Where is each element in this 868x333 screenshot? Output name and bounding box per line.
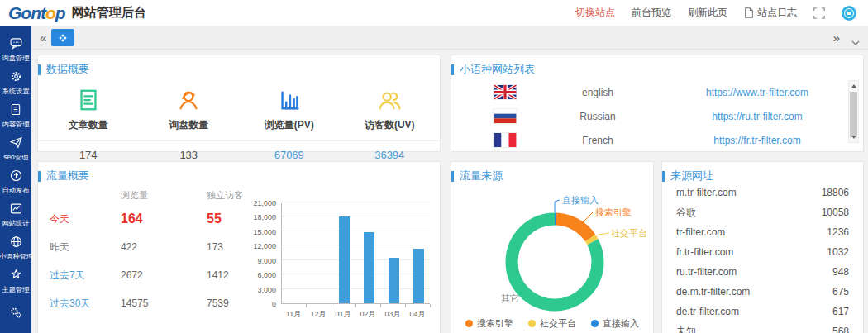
header-link-label: 前台预览 [632, 6, 671, 20]
traffic-pv-value: 164 [121, 212, 207, 226]
tab-bar: « » [31, 26, 868, 50]
traffic-row-过去30天: 过去30天145757539 [50, 289, 243, 317]
traffic-uv-value: 173 [207, 241, 243, 253]
fullscreen-icon[interactable] [813, 7, 825, 19]
stat-label: 访客数(UV) [340, 118, 441, 132]
y-axis-tick-label: 3,000 [246, 286, 276, 294]
stat-value-articles: 174 [38, 149, 139, 161]
header-link-preview[interactable]: 前台预览 [632, 6, 671, 20]
legend-dot [528, 320, 536, 327]
sidebar: 询盘管理系统设置内容管理seo管理自动发布网站统计小语种管理主题管理 [0, 26, 31, 333]
language-site-row: englishhttps://www.tr-filter.com [463, 80, 838, 104]
traffic-row-label[interactable]: 过去30天 [50, 297, 121, 311]
sidebar-item-more[interactable] [0, 297, 31, 331]
x-axis-tick [355, 304, 356, 307]
title-bar-marker [38, 64, 41, 75]
sidebar-item-autopublish[interactable]: 自动发布 [0, 165, 31, 198]
sidebar-item-theme[interactable]: 主题管理 [0, 264, 31, 297]
legend-item-社交平台[interactable]: 社交平台 [528, 317, 576, 330]
donut-legend: 搜索引擎社交平台直接输入 [451, 317, 653, 330]
sidebar-item-content[interactable]: 内容管理 [0, 99, 31, 132]
stat-values-row: 1741336706936394 [38, 149, 440, 161]
legend-item-搜索引擎[interactable]: 搜索引擎 [465, 317, 513, 330]
sidebar-item-system[interactable]: 系统设置 [0, 66, 31, 99]
panel-language-sites: 小语种网站列表 englishhttps://www.tr-filter.com… [451, 55, 864, 152]
user-avatar[interactable] [842, 6, 856, 21]
legend-label: 直接输入 [603, 317, 639, 330]
x-axis-tick-label: 01月 [330, 309, 356, 320]
donut-callout-label: 社交平台 [611, 228, 647, 238]
gridline [282, 274, 430, 274]
y-axis-tick-label: 0 [246, 300, 276, 308]
header-link-site-log[interactable]: 站点日志 [744, 6, 797, 20]
header-link-refresh[interactable]: 刷新此页 [688, 6, 727, 20]
stat-inquiries: 询盘数量 [139, 84, 240, 132]
stat-articles: 文章数量 [38, 84, 139, 132]
site-url-link[interactable]: https://ru.tr-filter.com [676, 111, 838, 122]
tabs-scroll-right-icon[interactable]: » [833, 30, 840, 46]
traffic-uv-value: 1412 [207, 269, 243, 281]
legend-item-直接输入[interactable]: 直接输入 [591, 317, 639, 330]
donut-callout-line [594, 233, 609, 235]
sidebar-item-label: 小语种管理 [0, 251, 33, 261]
article-icon [38, 84, 139, 112]
gears-icon [9, 306, 23, 321]
scroll-down-icon[interactable] [849, 132, 858, 142]
traffic-row-label: 今天 [50, 212, 121, 226]
referrer-row: 谷歌10058 [676, 206, 849, 219]
donut-callout-line [582, 212, 593, 223]
referrer-name: fr.tr-filter.com [676, 246, 733, 258]
panel-title-text: 数据概要 [46, 62, 89, 77]
scrollbar-thumb[interactable] [850, 92, 857, 137]
bar-02月 [364, 232, 374, 303]
header-link-label: 站点日志 [757, 6, 797, 20]
site-url-link[interactable]: https://www.tr-filter.com [676, 87, 838, 98]
stats-row: 文章数量询盘数量浏览量(PV)访客数(UV) [38, 84, 440, 132]
sidebar-item-site-stats[interactable]: 网站统计 [0, 198, 31, 231]
x-axis-tick-label: 12月 [305, 309, 331, 320]
legend-label: 社交平台 [540, 317, 576, 330]
monthly-traffic-bar-chart: 03,0006,0009,00012,00015,00018,00021,000… [246, 197, 435, 326]
x-axis-tick [306, 304, 307, 307]
scrollbar[interactable] [848, 80, 859, 143]
referrer-name: ru.tr-filter.com [676, 266, 737, 278]
traffic-table-body: 今天16455昨天422173过去7天26721412过去30天14575753… [50, 205, 243, 317]
site-url-link[interactable]: https://fr.tr-filter.com [676, 135, 838, 146]
referrer-row: 未知568 [676, 325, 849, 333]
traffic-row-label: 昨天 [50, 240, 121, 255]
header-link-switch-site[interactable]: 切换站点 [575, 6, 615, 20]
gridline [282, 288, 430, 289]
globe-icon [9, 235, 23, 250]
tabs-menu-caret-icon[interactable] [851, 35, 860, 50]
tab-dashboard[interactable] [51, 29, 74, 46]
tabs-scroll-left-icon[interactable]: « [40, 30, 46, 46]
sidebar-item-inquiry[interactable]: 询盘管理 [0, 33, 31, 66]
referrer-name: de.tr-filter.com [676, 306, 739, 317]
gridline [282, 259, 430, 260]
doc-icon [744, 7, 754, 18]
diamond-grid-icon [58, 33, 68, 43]
sidebar-item-multilang[interactable]: 小语种管理 [0, 231, 31, 264]
traffic-row-过去7天: 过去7天26721412 [50, 261, 243, 289]
logo: Gontop [8, 3, 65, 23]
traffic-row-label[interactable]: 过去7天 [50, 269, 121, 283]
y-axis-tick-label: 18,000 [246, 213, 276, 221]
x-axis-tick-label: 03月 [379, 309, 406, 320]
legend-dot [591, 320, 599, 327]
sidebar-item-label: 内容管理 [2, 119, 29, 129]
traffic-uv-value: 55 [207, 212, 243, 226]
referrer-row: fr.tr-filter.com1032 [676, 245, 849, 259]
referrer-name: tr-filter.com [676, 226, 725, 238]
sidebar-item-label: 网站统计 [2, 218, 29, 228]
title-bar-marker [451, 64, 454, 75]
x-axis-tick-label: 02月 [355, 309, 381, 320]
scroll-up-icon[interactable] [849, 81, 858, 91]
col-header-pageviews: 浏览量 [121, 189, 207, 202]
referrer-name: 未知 [676, 325, 696, 333]
stat-value-visitors: 36394 [340, 149, 441, 161]
x-axis-tick [331, 304, 331, 307]
sidebar-item-seo[interactable]: seo管理 [0, 132, 31, 165]
sidebar-item-label: 询盘管理 [2, 53, 29, 63]
panel-data-summary: 数据概要 文章数量询盘数量浏览量(PV)访客数(UV) 174133670693… [37, 55, 441, 152]
y-axis-tick-label: 9,000 [246, 257, 276, 265]
